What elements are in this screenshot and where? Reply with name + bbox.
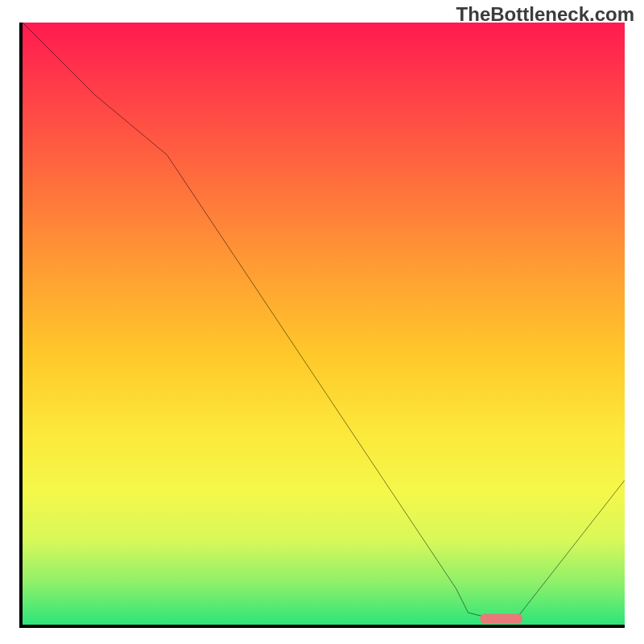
data-curve xyxy=(23,23,625,619)
plot-svg xyxy=(23,23,625,625)
chart-frame xyxy=(19,23,625,628)
minimum-marker xyxy=(480,614,522,624)
chart-container: TheBottleneck.com xyxy=(0,0,644,644)
